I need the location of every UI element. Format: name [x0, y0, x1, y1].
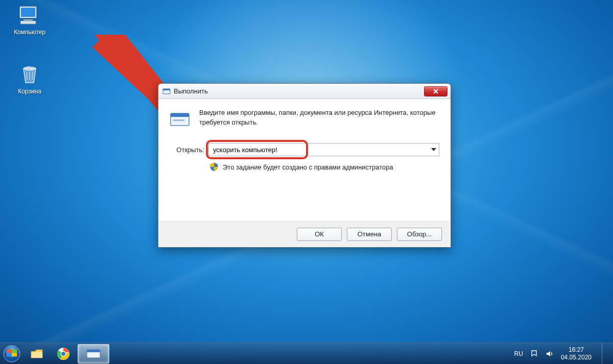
- desktop-icon-recycle-bin[interactable]: Корзина: [9, 61, 50, 95]
- taskbar-item-chrome[interactable]: [51, 344, 76, 363]
- open-input[interactable]: [208, 143, 439, 156]
- svg-rect-1: [21, 8, 35, 17]
- volume-icon[interactable]: [546, 350, 554, 358]
- run-dialog-title: Выполнить: [174, 87, 208, 95]
- admin-note: Это задание будет создано с правами адми…: [223, 163, 393, 171]
- taskbar-item-run[interactable]: [78, 344, 109, 363]
- run-icon: [86, 348, 101, 360]
- open-label: Открыть:: [170, 146, 204, 154]
- shield-icon: [209, 162, 219, 172]
- svg-point-18: [61, 352, 65, 356]
- run-dialog-footer: ОК Отмена Обзор...: [159, 221, 450, 247]
- svg-rect-15: [31, 352, 42, 358]
- run-dialog-titlebar[interactable]: Выполнить: [158, 84, 451, 99]
- run-dialog-icon: [170, 109, 190, 130]
- svg-rect-13: [173, 119, 184, 121]
- chrome-icon: [57, 347, 70, 360]
- close-button[interactable]: [424, 86, 447, 96]
- cancel-button[interactable]: Отмена: [347, 228, 392, 241]
- taskbar-item-explorer[interactable]: [25, 344, 49, 363]
- run-dialog-description: Введите имя программы, папки, документа …: [199, 108, 439, 130]
- language-indicator[interactable]: RU: [514, 350, 523, 357]
- svg-point-5: [26, 66, 30, 70]
- taskbar-clock[interactable]: 16:27 04.05.2020: [561, 346, 595, 361]
- run-dialog: Выполнить Введите имя программы, папки, …: [158, 83, 451, 248]
- browse-button[interactable]: Обзор...: [397, 228, 442, 241]
- system-tray: RU 16:27 04.05.2020: [514, 343, 613, 365]
- windows-start-icon: [3, 345, 20, 362]
- svg-rect-10: [163, 89, 170, 90]
- svg-rect-3: [20, 21, 36, 24]
- recycle-bin-icon: [17, 61, 42, 86]
- desktop-icon-computer-label: Компьютер: [14, 29, 45, 36]
- clock-time: 16:27: [561, 346, 592, 354]
- desktop-icon-recycle-bin-label: Корзина: [18, 88, 41, 95]
- folder-icon: [30, 348, 43, 359]
- svg-rect-12: [171, 113, 189, 117]
- action-center-icon[interactable]: [530, 350, 538, 358]
- clock-date: 04.05.2020: [561, 354, 592, 361]
- close-icon: [433, 88, 439, 94]
- desktop-icon-computer[interactable]: Компьютер: [9, 4, 50, 36]
- computer-icon: [17, 4, 42, 27]
- start-button[interactable]: [0, 343, 23, 365]
- show-desktop-button[interactable]: [602, 343, 609, 365]
- open-combobox[interactable]: [208, 143, 439, 156]
- run-icon: [162, 87, 171, 95]
- svg-rect-20: [87, 350, 100, 352]
- ok-button[interactable]: ОК: [297, 228, 342, 241]
- taskbar: RU 16:27 04.05.2020: [0, 343, 613, 364]
